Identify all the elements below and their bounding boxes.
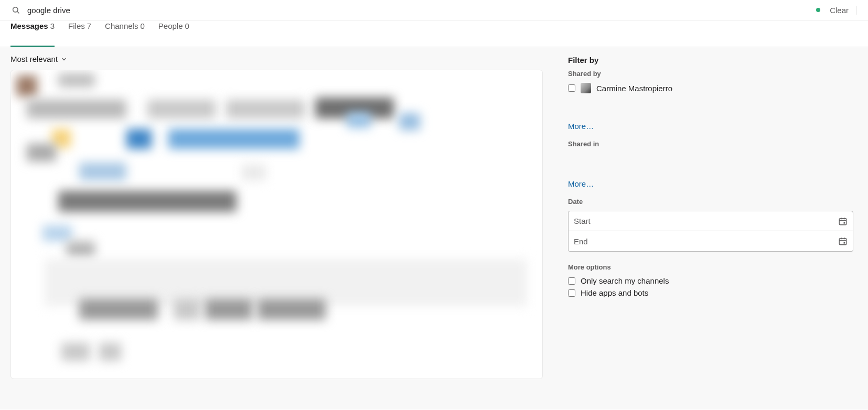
calendar-icon [838, 236, 848, 246]
svg-rect-11 [844, 242, 845, 244]
shared-in-more-link[interactable]: More… [568, 179, 594, 188]
tab-label: Messages [10, 21, 48, 30]
more-options-heading: More options [568, 263, 853, 271]
tab-count: 0 [185, 21, 189, 30]
presence-indicator [816, 8, 820, 12]
search-bar: Clear [0, 0, 868, 20]
shared-in-heading: Shared in [568, 140, 853, 148]
option-label: Hide apps and bots [581, 288, 648, 297]
tab-messages[interactable]: Messages 3 [10, 20, 55, 47]
search-results [10, 70, 543, 379]
shared-by-heading: Shared by [568, 70, 853, 78]
svg-line-1 [17, 12, 19, 13]
hide-apps-bots-option[interactable]: Hide apps and bots [568, 288, 853, 297]
sort-dropdown[interactable]: Most relevant [10, 55, 543, 63]
tab-files[interactable]: Files 7 [68, 20, 91, 47]
svg-rect-6 [844, 222, 845, 223]
search-input[interactable] [27, 6, 816, 15]
clear-search-button[interactable]: Clear [830, 6, 856, 15]
search-body: Most relevant [0, 47, 868, 409]
tab-count: 0 [140, 21, 144, 30]
results-column: Most relevant [0, 47, 553, 409]
date-start-label: Start [574, 217, 591, 225]
sort-label: Most relevant [10, 55, 58, 63]
tab-count: 7 [87, 21, 91, 30]
filter-heading: Filter by [568, 56, 853, 64]
person-name: Carmine Mastropierro [596, 84, 672, 93]
tab-people[interactable]: People 0 [158, 20, 189, 47]
tab-count: 3 [50, 21, 55, 30]
chevron-down-icon [61, 56, 67, 62]
shared-by-checkbox[interactable] [568, 84, 575, 92]
tab-channels[interactable]: Channels 0 [105, 20, 145, 47]
svg-rect-2 [839, 218, 846, 224]
date-end-field[interactable]: End [568, 231, 853, 252]
only-my-channels-option[interactable]: Only search my channels [568, 276, 853, 285]
only-my-channels-checkbox[interactable] [568, 277, 575, 285]
calendar-icon [838, 217, 848, 226]
hide-apps-bots-checkbox[interactable] [568, 289, 575, 297]
avatar [581, 83, 591, 93]
date-end-label: End [574, 237, 588, 246]
option-label: Only search my channels [581, 276, 669, 285]
date-start-field[interactable]: Start [568, 211, 853, 231]
shared-by-more-link[interactable]: More… [568, 122, 594, 131]
svg-rect-7 [839, 239, 846, 245]
tab-label: Channels [105, 21, 138, 30]
search-icon [12, 6, 20, 14]
tab-label: People [158, 21, 183, 30]
filter-sidebar: Filter by Shared by Carmine Mastropierro… [553, 47, 868, 409]
date-heading: Date [568, 198, 853, 206]
shared-by-person[interactable]: Carmine Mastropierro [568, 83, 853, 93]
tab-label: Files [68, 21, 85, 30]
search-tabs: Messages 3 Files 7 Channels 0 People 0 [0, 20, 868, 47]
